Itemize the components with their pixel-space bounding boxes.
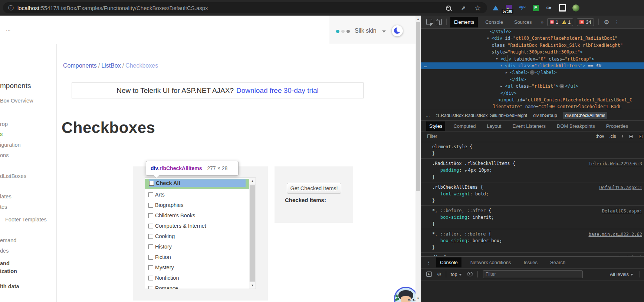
dom-tree-node[interactable]: </style>	[421, 28, 644, 35]
layout-grid-icon[interactable]: ⊡	[638, 133, 643, 139]
sidebar-item[interactable]: ons	[0, 152, 9, 158]
breadcrumb-link[interactable]: Checkboxes	[125, 62, 158, 69]
css-property[interactable]: box-sizing: border-box;	[432, 237, 641, 244]
dom-tree-node[interactable]: ▶<label>…</label>	[421, 69, 644, 76]
zoom-icon[interactable]	[444, 4, 452, 12]
clear-console-icon[interactable]: ⊘	[437, 271, 441, 277]
scroll-up-icon[interactable]: ▲	[249, 178, 256, 184]
stylesheet-link[interactable]: Telerik.Web…2297e6:3	[589, 160, 643, 167]
expand-arrow-icon[interactable]: ▼	[487, 35, 489, 42]
listbox-item[interactable]: Cooking	[145, 231, 249, 241]
dom-tree-node[interactable]: …▼<div class="rlbCheckAllItems"> == $0	[421, 62, 644, 69]
dom-tree-node[interactable]: <input id="ctl00_ContentPlaceholder1_Rad…	[421, 97, 644, 103]
page-scroll-down-icon[interactable]: ▼	[415, 296, 421, 301]
styles-tab-event-listeners[interactable]: Event Listeners	[509, 121, 549, 131]
split-screen-icon[interactable]	[558, 4, 566, 12]
dom-tree-node[interactable]: ▶<ul class="rlbList">…</ul>	[421, 83, 644, 90]
computed-grid-icon[interactable]: ⊞	[629, 133, 634, 139]
styles-tab-layout[interactable]: Layout	[484, 121, 504, 131]
site-info-icon[interactable]: ⓘ	[8, 4, 14, 12]
item-checkbox[interactable]	[148, 276, 153, 280]
get-checked-items-button[interactable]: Get Checked Items!	[287, 183, 341, 194]
javascript-context-select[interactable]: top	[451, 272, 462, 277]
listbox-item[interactable]: Computers & Internet	[145, 221, 249, 231]
inspect-element-icon[interactable]: ◤	[426, 19, 432, 25]
item-checkbox[interactable]	[148, 203, 153, 208]
elements-breadcrumb[interactable]: div.rlbCheckAllItems	[563, 112, 608, 119]
sidebar-item[interactable]: ith data	[0, 283, 19, 289]
bookmark-star-icon[interactable]: ☆	[474, 4, 482, 12]
device-toolbar-icon[interactable]	[437, 19, 442, 25]
page-scrollbar[interactable]: ▲ ▼	[415, 16, 421, 302]
listbox-item[interactable]: History	[145, 241, 249, 252]
skin-select-label[interactable]: Silk skin	[355, 27, 377, 34]
page-scroll-thumb[interactable]	[416, 22, 420, 191]
rule-selector[interactable]: element.style {	[432, 143, 641, 150]
dom-tree-node[interactable]: ▼<div id="ctl00_ContentPlaceholder1_RadL…	[421, 35, 644, 42]
elements-breadcrumb[interactable]: :1.RadListBox.RadListBox_Silk.rlbFixedHe…	[436, 113, 527, 118]
item-checkbox[interactable]	[148, 213, 153, 218]
console-sidebar-icon[interactable]: ▶	[426, 272, 432, 277]
sidebar-item[interactable]: rop	[0, 121, 8, 127]
extensions-puzzle-icon[interactable]: ⚩	[545, 4, 553, 12]
elements-breadcrumb[interactable]: div.rlbGroup	[533, 113, 557, 118]
profile-avatar[interactable]	[572, 4, 580, 12]
listbox-item[interactable]: Children's Books	[145, 210, 249, 221]
styles-tab-styles[interactable]: Styles	[426, 121, 445, 131]
item-checkbox[interactable]	[148, 255, 153, 260]
css-property[interactable]: box-sizing: inherit;	[432, 214, 641, 221]
console-errors-badge[interactable]: × 1 ! 1	[547, 18, 573, 26]
devtools-tab-console[interactable]: Console	[482, 17, 507, 27]
listbox-item[interactable]: Romance	[145, 283, 249, 289]
expand-arrow-icon[interactable]: ▼	[500, 62, 502, 69]
devtools-tab-sources[interactable]: Sources	[510, 17, 536, 27]
sidebar-item[interactable]: des	[0, 248, 9, 254]
item-checkbox[interactable]	[148, 192, 153, 197]
breadcrumb-overflow-icon[interactable]: …	[426, 113, 430, 118]
rad-listbox[interactable]: Check All ArtsBiographiesChildren's Book…	[145, 178, 256, 289]
listbox-item[interactable]: Fiction	[145, 252, 249, 262]
share-icon[interactable]: ⇗	[459, 4, 467, 12]
issues-badge[interactable]: × 34	[577, 18, 594, 26]
expand-arrow-icon[interactable]: ▼	[496, 56, 498, 62]
log-levels-select[interactable]: All levels	[610, 272, 633, 277]
devtools-tab-elements[interactable]: Elements	[450, 17, 478, 27]
css-property[interactable]: padding: ▶4px 10px;	[432, 167, 641, 174]
chevron-down-icon[interactable]	[382, 30, 386, 33]
dom-tree-node[interactable]: lientState" name="ctl00_ContentPlacehold…	[421, 103, 644, 110]
listbox-item[interactable]: Biographies	[145, 200, 249, 210]
skin-dot-teal[interactable]	[336, 30, 339, 33]
trial-download-link[interactable]: Download free 30-day trial	[236, 87, 319, 95]
check-all-checkbox[interactable]	[149, 181, 154, 186]
listbox-scroll-thumb[interactable]	[250, 185, 255, 282]
address-bar[interactable]: ⓘ localhost:55417/ListBox/Examples/Funct…	[3, 2, 487, 13]
dom-tree-node[interactable]: ▼<div tabindex="0" class="rlbGroup">	[421, 56, 644, 62]
styles-tab-dom-breakpoints[interactable]: DOM Breakpoints	[554, 121, 598, 131]
breadcrumb-link[interactable]: ListBox	[101, 62, 121, 69]
console-filter-input[interactable]	[483, 270, 583, 278]
sidebar-item[interactable]: lates	[0, 194, 12, 199]
live-expression-eye-icon[interactable]	[467, 272, 473, 276]
dom-tree-node[interactable]: style="height:300px;width:300px;">	[421, 49, 644, 55]
listbox-item[interactable]: Nonfiction	[145, 273, 249, 283]
skin-dot-dark[interactable]	[346, 30, 350, 33]
drawer-menu-kebab-icon[interactable]: ⋮	[426, 260, 431, 265]
drawer-tab-search[interactable]: Search	[546, 257, 569, 267]
new-style-rule-icon[interactable]: +	[621, 134, 624, 139]
dom-tree-node[interactable]: </div>	[421, 90, 644, 97]
sidebar-item[interactable]: iguration	[0, 142, 21, 148]
dom-tree-node[interactable]: </div>	[421, 76, 644, 83]
breadcrumb-link[interactable]: Components	[63, 62, 97, 69]
stylesheet-link[interactable]: base.min.cs…022.2.62	[589, 231, 643, 238]
dark-mode-toggle[interactable]	[392, 25, 403, 36]
expand-arrow-icon[interactable]: ▶	[506, 69, 507, 76]
scroll-down-icon[interactable]: ▼	[249, 282, 256, 289]
sidebar-item[interactable]: ization	[0, 268, 17, 274]
dom-tree-node[interactable]: class="RadListBox RadListBox_Silk rlbFix…	[421, 42, 644, 49]
styles-tab-computed[interactable]: Computed	[450, 121, 479, 131]
styles-filter-input[interactable]	[426, 133, 524, 139]
item-checkbox[interactable]	[148, 234, 153, 239]
item-checkbox[interactable]	[148, 244, 153, 249]
extension-grammar-icon[interactable]: ABC✓	[518, 4, 526, 12]
node-menu-ellipsis[interactable]: …	[424, 62, 427, 69]
